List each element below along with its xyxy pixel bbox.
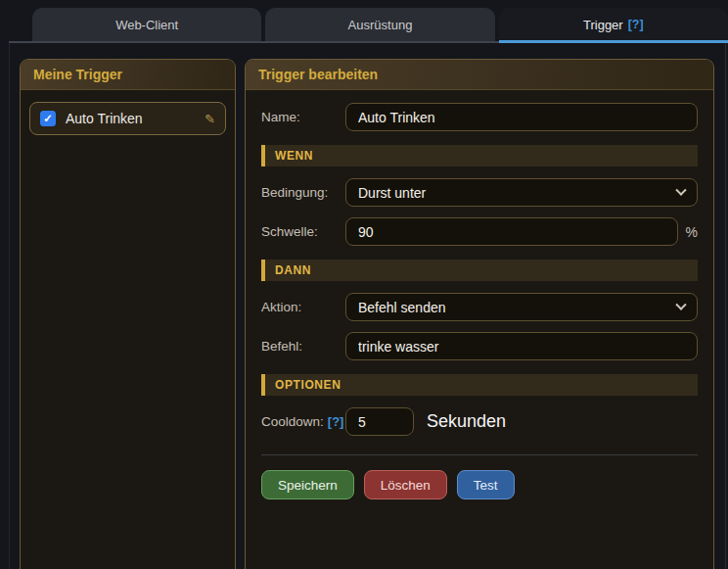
bedingung-row: Bedingung: Durst unter <box>261 178 698 207</box>
content-area: Meine Trigger ✓ Auto Trinken ✎ Trigger b… <box>9 43 726 569</box>
schwelle-input[interactable] <box>345 217 678 246</box>
trigger-item-label: Auto Trinken <box>66 111 195 126</box>
test-button[interactable]: Test <box>457 470 515 499</box>
edit-pencil-icon[interactable]: ✎ <box>205 112 215 126</box>
schwelle-label: Schwelle: <box>261 224 345 239</box>
befehl-row: Befehl: <box>261 332 698 360</box>
save-button[interactable]: Speichern <box>261 470 354 499</box>
cooldown-label-text: Cooldown: <box>261 414 324 429</box>
bedingung-select[interactable]: Durst unter <box>345 178 698 207</box>
aktion-label: Aktion: <box>261 300 345 314</box>
trigger-enabled-checkbox[interactable]: ✓ <box>40 111 56 126</box>
active-tab-underline <box>499 40 728 43</box>
section-header-dann: DANN <box>261 260 698 281</box>
cooldown-label: Cooldown:[?] <box>261 414 345 429</box>
aktion-row: Aktion: Befehl senden <box>261 293 698 321</box>
button-divider <box>261 454 698 455</box>
section-header-wenn: WENN <box>261 145 698 166</box>
tab-bar: Web-Client Ausrüstung Trigger [?] <box>9 0 728 43</box>
cooldown-unit: Sekunden <box>427 411 506 432</box>
tab-ausruestung[interactable]: Ausrüstung <box>265 8 494 41</box>
tab-web-client[interactable]: Web-Client <box>32 8 261 41</box>
tab-ausruestung-label: Ausrüstung <box>348 18 413 32</box>
button-row: Speichern Löschen Test <box>261 470 698 499</box>
bedingung-selected-value: Durst unter <box>358 185 426 201</box>
my-triggers-panel: Meine Trigger ✓ Auto Trinken ✎ <box>20 59 236 569</box>
trigger-editor-form: Name: WENN Bedingung: Durst unter Schwel… <box>246 90 713 512</box>
aktion-selected-value: Befehl senden <box>358 300 446 315</box>
cooldown-input[interactable] <box>345 407 414 436</box>
trigger-editor-title: Trigger bearbeiten <box>246 60 713 90</box>
tab-trigger-label: Trigger <box>583 18 623 32</box>
chevron-down-icon <box>675 299 686 309</box>
tab-trigger[interactable]: Trigger [?] <box>499 8 728 41</box>
trigger-list-item[interactable]: ✓ Auto Trinken ✎ <box>29 102 226 135</box>
page: Web-Client Ausrüstung Trigger [?] Meine … <box>0 0 728 569</box>
bedingung-label: Bedingung: <box>261 185 345 200</box>
section-header-optionen: OPTIONEN <box>261 374 698 396</box>
schwelle-row: Schwelle: % <box>261 217 698 246</box>
befehl-input[interactable] <box>345 332 698 360</box>
name-input[interactable] <box>345 103 698 131</box>
schwelle-unit: % <box>686 224 698 240</box>
chevron-down-icon <box>675 184 686 195</box>
name-label: Name: <box>261 110 345 124</box>
aktion-select[interactable]: Befehl senden <box>345 293 698 321</box>
befehl-label: Befehl: <box>261 339 345 354</box>
trigger-tab-help-icon[interactable]: [?] <box>628 18 644 31</box>
cooldown-help-icon[interactable]: [?] <box>328 414 344 429</box>
trigger-editor-panel: Trigger bearbeiten Name: WENN Bedingung:… <box>245 59 714 569</box>
delete-button[interactable]: Löschen <box>364 470 447 499</box>
tab-web-client-label: Web-Client <box>115 18 178 32</box>
name-row: Name: <box>261 103 698 131</box>
my-triggers-panel-title: Meine Trigger <box>21 60 235 90</box>
cooldown-row: Cooldown:[?] Sekunden <box>261 407 698 436</box>
